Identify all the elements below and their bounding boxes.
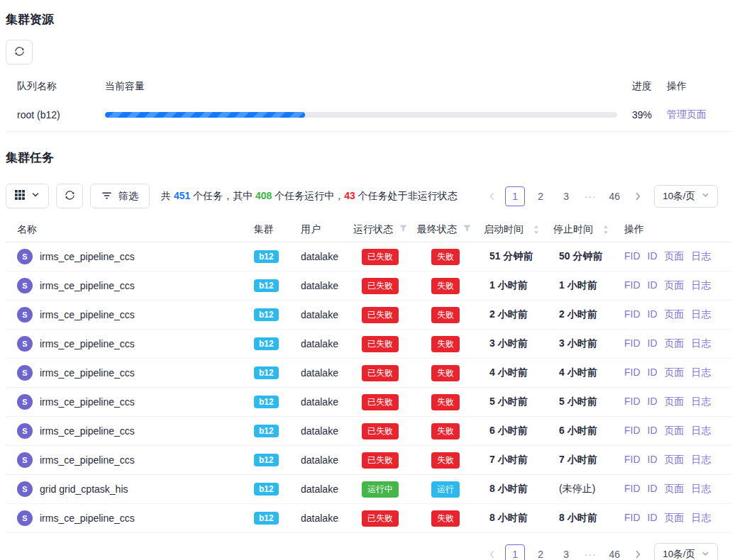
pagination-ellipsis[interactable]: ··· <box>582 549 599 560</box>
pagination-page-46[interactable]: 46 <box>604 544 624 560</box>
task-name: irms_ce_pipeline_ccs <box>40 309 135 320</box>
action-link-id[interactable]: ID <box>648 512 658 525</box>
action-link-页面[interactable]: 页面 <box>665 250 685 263</box>
refresh-tasks-button[interactable] <box>56 184 83 208</box>
action-link-日志[interactable]: 日志 <box>692 454 711 466</box>
action-link-fid[interactable]: FID <box>624 250 641 263</box>
table-row: S irms_ce_pipeline_ccs b12 datalake 已失败 … <box>6 301 731 330</box>
action-link-fid[interactable]: FID <box>624 512 641 525</box>
action-link-页面[interactable]: 页面 <box>665 512 685 525</box>
pagination-page-3[interactable]: 3 <box>556 544 576 560</box>
table-row: S irms_ce_pipeline_ccs b12 datalake 已失败 … <box>6 388 731 417</box>
action-link-id[interactable]: ID <box>648 250 658 263</box>
filter-button[interactable]: 筛选 <box>90 184 150 208</box>
final-status-badge: 失败 <box>431 278 460 294</box>
refresh-icon <box>14 46 25 59</box>
layout-dropdown-button[interactable] <box>6 184 49 208</box>
action-link-日志[interactable]: 日志 <box>692 483 711 495</box>
filter-funnel-icon[interactable] <box>462 224 472 235</box>
user-cell: datalake <box>301 309 353 320</box>
manage-page-link[interactable]: 管理页面 <box>667 108 706 120</box>
row-actions: FIDID页面日志 <box>624 512 731 525</box>
action-link-id[interactable]: ID <box>648 396 658 408</box>
action-link-id[interactable]: ID <box>648 308 658 321</box>
run-status-badge: 运行中 <box>362 481 399 498</box>
sorter-icon[interactable] <box>603 225 609 235</box>
action-link-页面[interactable]: 页面 <box>665 337 685 350</box>
task-name: irms_ce_pipeline_ccs <box>40 454 135 466</box>
header-name: 名称 <box>6 223 254 236</box>
action-link-fid[interactable]: FID <box>624 483 641 495</box>
pagination-page-1[interactable]: 1 <box>505 544 525 560</box>
action-link-页面[interactable]: 页面 <box>665 366 685 379</box>
action-link-日志[interactable]: 日志 <box>692 512 711 525</box>
run-status-badge: 已失败 <box>362 307 399 323</box>
action-link-页面[interactable]: 页面 <box>665 425 685 437</box>
pagination-next-button[interactable] <box>630 544 645 560</box>
action-link-id[interactable]: ID <box>648 454 658 466</box>
pagination-page-2[interactable]: 2 <box>531 544 550 560</box>
stop-time-cell: 7 小时前 <box>553 454 624 466</box>
action-link-fid[interactable]: FID <box>624 337 641 350</box>
action-link-fid[interactable]: FID <box>624 454 641 466</box>
task-name: irms_ce_pipeline_ccs <box>40 367 135 379</box>
stop-time-cell: 6 小时前 <box>553 425 624 437</box>
action-link-日志[interactable]: 日志 <box>692 366 711 379</box>
action-link-fid[interactable]: FID <box>624 308 641 321</box>
pagination-page-46[interactable]: 46 <box>604 186 624 206</box>
user-cell: datalake <box>301 513 353 524</box>
action-link-页面[interactable]: 页面 <box>665 279 685 292</box>
resource-table-row: root (b12) 39% 管理页面 <box>6 98 731 132</box>
action-link-fid[interactable]: FID <box>624 425 641 437</box>
action-link-页面[interactable]: 页面 <box>665 308 685 321</box>
action-link-id[interactable]: ID <box>648 483 658 495</box>
header-start-time[interactable]: 启动时间 <box>484 223 553 236</box>
page-size-select[interactable]: 10条/页 <box>654 185 718 208</box>
pagination-page-1[interactable]: 1 <box>505 186 525 206</box>
final-status-badge: 失败 <box>431 510 460 527</box>
header-stop-time[interactable]: 停止时间 <box>553 223 624 236</box>
action-link-fid[interactable]: FID <box>624 396 641 408</box>
action-link-id[interactable]: ID <box>648 425 658 437</box>
summary-text: 个任务处于非运行状态 <box>355 190 458 201</box>
action-link-日志[interactable]: 日志 <box>692 337 711 350</box>
pagination-page-2[interactable]: 2 <box>531 186 550 206</box>
action-link-页面[interactable]: 页面 <box>665 483 685 495</box>
pagination-prev-button[interactable] <box>484 186 499 206</box>
pagination-prev-button[interactable] <box>484 544 499 560</box>
task-name-cell: S irms_ce_pipeline_ccs <box>6 307 254 323</box>
action-link-日志[interactable]: 日志 <box>692 279 711 292</box>
row-actions: FIDID页面日志 <box>624 308 731 321</box>
run-status-badge: 已失败 <box>362 510 399 527</box>
chevron-down-icon <box>31 191 40 201</box>
progress-bar-fill <box>105 112 305 118</box>
action-link-id[interactable]: ID <box>648 366 658 379</box>
action-link-fid[interactable]: FID <box>624 366 641 379</box>
user-cell: datalake <box>301 280 353 291</box>
refresh-resources-button[interactable] <box>6 40 33 65</box>
action-link-日志[interactable]: 日志 <box>692 250 711 263</box>
pagination-next-button[interactable] <box>630 186 645 206</box>
task-name: irms_ce_pipeline_ccs <box>40 513 135 524</box>
cluster-tag: b12 <box>254 337 279 350</box>
sorter-icon[interactable] <box>533 225 539 235</box>
page-size-select[interactable]: 10条/页 <box>654 543 718 560</box>
filter-funnel-icon[interactable] <box>399 224 408 235</box>
pagination-ellipsis[interactable]: ··· <box>582 191 599 202</box>
action-link-id[interactable]: ID <box>648 337 658 350</box>
action-link-日志[interactable]: 日志 <box>692 396 711 408</box>
pagination-page-3[interactable]: 3 <box>556 186 576 206</box>
user-cell: datalake <box>301 454 353 466</box>
header-run-status-label: 运行状态 <box>353 223 393 236</box>
action-link-fid[interactable]: FID <box>624 279 641 292</box>
action-link-id[interactable]: ID <box>648 279 658 292</box>
header-final-status: 最终状态 <box>417 223 484 236</box>
progress-value: 39% <box>617 109 667 121</box>
stop-time-cell: 5 小时前 <box>553 396 624 408</box>
action-link-页面[interactable]: 页面 <box>665 454 685 466</box>
header-actions: 操作 <box>624 223 731 236</box>
header-resource-action: 操作 <box>667 80 731 93</box>
action-link-日志[interactable]: 日志 <box>692 308 711 321</box>
action-link-日志[interactable]: 日志 <box>692 425 711 437</box>
action-link-页面[interactable]: 页面 <box>665 396 685 408</box>
